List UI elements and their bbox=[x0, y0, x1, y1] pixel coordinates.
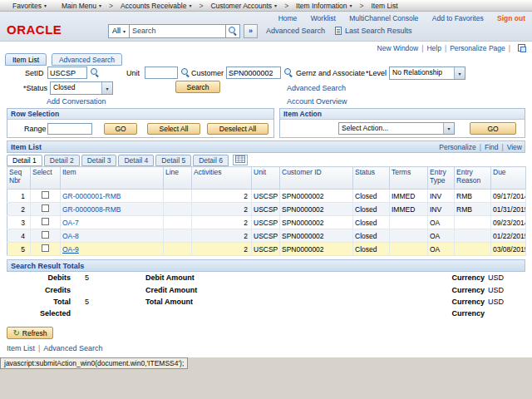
header-link-add-to-favorites[interactable]: Add to Favorites bbox=[432, 14, 484, 22]
range-go-button[interactable]: GO bbox=[104, 123, 137, 135]
header-link-multichannel-console[interactable]: MultiChannel Console bbox=[349, 14, 418, 22]
totals-currency-label: Currency bbox=[435, 286, 485, 294]
advanced-search-link[interactable]: Advanced Search bbox=[266, 27, 325, 35]
level-select[interactable]: No Relationship▾ bbox=[389, 66, 466, 80]
item-link[interactable]: OA-7 bbox=[62, 219, 79, 227]
breadcrumb-item-customer-accounts[interactable]: >Customer Accounts▾ bbox=[199, 2, 277, 10]
row-checkbox[interactable] bbox=[42, 244, 49, 252]
customer-input[interactable] bbox=[226, 66, 281, 79]
deselect-all-button[interactable]: Deselect All bbox=[207, 123, 268, 135]
view-link[interactable]: View bbox=[507, 143, 522, 151]
tab-item-list[interactable]: Item List bbox=[5, 53, 47, 66]
breadcrumb-item-item-information[interactable]: >Item Information▾ bbox=[284, 2, 352, 10]
search-input[interactable] bbox=[130, 24, 226, 38]
item-action-go-button[interactable]: GO bbox=[470, 122, 516, 135]
sign-out-link[interactable]: Sign out bbox=[497, 14, 525, 22]
item-action-select[interactable]: Select Action...▾ bbox=[338, 122, 455, 135]
column-header-due[interactable]: Due bbox=[491, 167, 526, 190]
chevron-down-icon: ▾ bbox=[189, 2, 191, 8]
footer-item-list-link[interactable]: Item List bbox=[7, 344, 35, 352]
column-header-entry-type[interactable]: Entry Type bbox=[428, 167, 455, 190]
magnifier-icon bbox=[283, 67, 293, 77]
column-header-line[interactable]: Line bbox=[164, 167, 192, 190]
search-button[interactable]: Search bbox=[175, 81, 220, 93]
tab-detail-4[interactable]: Detail 4 bbox=[118, 155, 154, 166]
personalize-page-link[interactable]: Personalize Page bbox=[450, 44, 505, 52]
setid-input[interactable] bbox=[47, 66, 87, 79]
cell-terms bbox=[390, 243, 428, 256]
column-header-activities[interactable]: Activities bbox=[192, 167, 252, 190]
unit-lookup-icon[interactable] bbox=[180, 67, 190, 79]
row-checkbox[interactable] bbox=[42, 231, 49, 239]
column-header-unit[interactable]: Unit bbox=[252, 167, 280, 190]
item-link[interactable]: OA-8 bbox=[62, 232, 79, 240]
select-all-button[interactable]: Select All bbox=[147, 123, 200, 135]
item-action-groupbox: Item Action Select Action...▾ GO bbox=[279, 108, 525, 138]
show-all-columns-icon[interactable] bbox=[233, 155, 248, 165]
search-scope-select[interactable]: All▾ bbox=[108, 24, 130, 38]
search-go-button[interactable]: » bbox=[244, 24, 258, 38]
refresh-button[interactable]: ↻Refresh bbox=[7, 327, 53, 339]
column-header-terms[interactable]: Terms bbox=[390, 167, 428, 190]
refresh-button-label: Refresh bbox=[22, 329, 47, 337]
last-search-results-link[interactable]: Last Search Results bbox=[345, 27, 412, 35]
tab-advanced-search[interactable]: Advanced Search bbox=[52, 53, 122, 66]
account-overview-link[interactable]: Account Overview bbox=[287, 97, 347, 106]
row-checkbox[interactable] bbox=[42, 204, 49, 212]
item-link[interactable]: GR-0000008-RMB bbox=[62, 205, 121, 214]
tab-detail-3[interactable]: Detail 3 bbox=[81, 155, 117, 166]
breadcrumb-item-label: Item List bbox=[372, 2, 398, 10]
column-header-seq-nbr[interactable]: Seq Nbr bbox=[7, 167, 31, 190]
setid-lookup-icon[interactable] bbox=[90, 67, 100, 79]
tab-detail-6[interactable]: Detail 6 bbox=[193, 155, 229, 166]
add-conversation-link[interactable]: Add Conversation bbox=[47, 97, 106, 106]
table-header-row: Seq Nbr Select Item Line Activities Unit… bbox=[7, 167, 526, 190]
customer-lookup-icon[interactable] bbox=[283, 67, 293, 79]
totals-currency-label: Currency bbox=[435, 273, 485, 282]
cell-line bbox=[164, 216, 192, 229]
totals-row-debits: Debits 5 Debit Amount Currency USD bbox=[0, 273, 532, 284]
copy-url-icon[interactable] bbox=[518, 44, 525, 52]
footer-advanced-search-link[interactable]: Advanced Search bbox=[43, 344, 102, 352]
table-row: 1 GR-0000001-RMB 2 USCSP SPN0000002 Clos… bbox=[7, 190, 526, 203]
breadcrumb-item-item-list[interactable]: >Item List bbox=[360, 2, 398, 10]
cell-due: 03/08/2015 bbox=[491, 243, 526, 256]
tab-detail-1[interactable]: Detail 1 bbox=[7, 155, 42, 166]
breadcrumb-item-main-menu[interactable]: Main Menu▾ bbox=[54, 2, 101, 10]
breadcrumb-item-label: Accounts Receivable bbox=[121, 2, 186, 10]
form-advanced-search-link[interactable]: Advanced Search bbox=[287, 84, 346, 92]
breadcrumb-item-accounts-receivable[interactable]: >Accounts Receivable▾ bbox=[109, 2, 191, 10]
totals-amount-label: Credit Amount bbox=[145, 286, 197, 294]
range-label: Range bbox=[24, 125, 47, 133]
column-header-select[interactable]: Select bbox=[31, 167, 61, 190]
personalize-link[interactable]: Personalize bbox=[439, 143, 475, 151]
status-select[interactable]: Closed▾ bbox=[50, 81, 113, 95]
range-input[interactable] bbox=[47, 123, 92, 135]
column-header-entry-reason[interactable]: Entry Reason bbox=[455, 167, 491, 190]
unit-input[interactable] bbox=[145, 66, 178, 79]
header-link-home[interactable]: Home bbox=[278, 14, 298, 22]
tab-detail-2[interactable]: Detail 2 bbox=[44, 155, 80, 166]
help-link[interactable]: Help bbox=[426, 44, 441, 52]
breadcrumb-item-label: Favorites bbox=[12, 2, 42, 10]
tab-detail-5[interactable]: Detail 5 bbox=[155, 155, 191, 166]
separator: | bbox=[480, 143, 481, 151]
row-checkbox[interactable] bbox=[42, 191, 49, 199]
cell-entry-reason: RMB bbox=[455, 190, 491, 203]
chevron-down-icon: ▾ bbox=[99, 2, 101, 8]
column-header-customer-id[interactable]: Customer ID bbox=[280, 167, 353, 190]
item-link[interactable]: GR-0000001-RMB bbox=[62, 192, 121, 200]
header-link-worklist[interactable]: Worklist bbox=[311, 14, 336, 22]
cell-seq: 1 bbox=[7, 190, 31, 203]
new-window-link[interactable]: New Window bbox=[377, 44, 419, 52]
column-header-item[interactable]: Item bbox=[61, 167, 164, 190]
breadcrumb-item-favorites[interactable]: Favorites▾ bbox=[5, 2, 47, 10]
item-link[interactable]: OA-9 bbox=[62, 245, 79, 254]
global-search: All▾ » Advanced Search Last Search Resul… bbox=[108, 23, 412, 38]
find-link[interactable]: Find bbox=[485, 143, 499, 151]
row-checkbox[interactable] bbox=[42, 218, 49, 225]
cell-activities: 2 bbox=[192, 216, 252, 229]
breadcrumb-separator: > bbox=[360, 2, 364, 10]
search-icon[interactable] bbox=[228, 26, 238, 36]
column-header-status[interactable]: Status bbox=[353, 167, 390, 190]
